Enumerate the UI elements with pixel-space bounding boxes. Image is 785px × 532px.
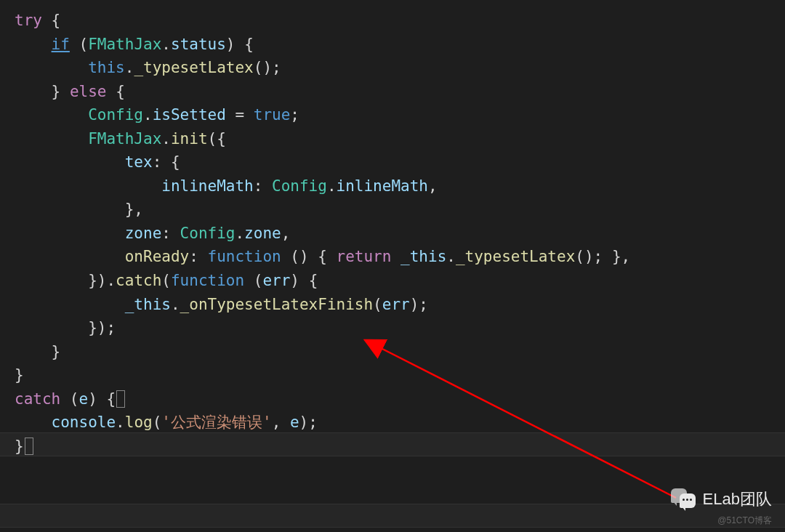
keyword-return: return bbox=[337, 248, 392, 265]
watermark: ELab团队 bbox=[671, 487, 772, 512]
param-err: err bbox=[262, 272, 290, 289]
code-block: try { if (FMathJax.status) { this._types… bbox=[15, 9, 770, 458]
watermark-text: ELab团队 bbox=[703, 487, 772, 512]
class-fmathjax: FMathJax bbox=[88, 36, 161, 53]
keyword-catch: catch bbox=[15, 390, 60, 408]
prop-zone: zone bbox=[125, 225, 162, 242]
keyword-else: else bbox=[70, 83, 107, 100]
fn-typesetlatex: _typesetLatex bbox=[134, 59, 253, 76]
prop-issetted: isSetted bbox=[153, 106, 226, 124]
prop-inlinemath: inlineMath bbox=[161, 177, 253, 195]
keyword-if: if bbox=[52, 36, 70, 53]
param-e: e bbox=[79, 390, 89, 408]
keyword-function: function bbox=[208, 248, 281, 265]
prop-onready: onReady bbox=[125, 248, 190, 265]
keyword-try: try bbox=[15, 12, 42, 29]
prop-tex: tex bbox=[125, 153, 153, 171]
brace: { bbox=[52, 12, 61, 29]
copyright-text: @51CTO博客 bbox=[717, 514, 772, 528]
keyword-true: true bbox=[254, 106, 291, 124]
fn-ontypesetlatexfinish: _onTypesetLatexFinish bbox=[180, 296, 374, 313]
fn-log: log bbox=[125, 414, 153, 431]
cursor bbox=[116, 390, 125, 408]
obj-console: console bbox=[52, 414, 116, 431]
fn-catch: catch bbox=[116, 272, 161, 289]
class-config: Config bbox=[88, 106, 143, 124]
string-literal: '公式渲染错误' bbox=[161, 414, 271, 431]
fn-init: init bbox=[171, 130, 208, 148]
prop-status: status bbox=[171, 36, 226, 53]
keyword-this: this bbox=[88, 59, 125, 76]
var-this: _this bbox=[400, 248, 446, 265]
wechat-icon bbox=[671, 488, 697, 510]
